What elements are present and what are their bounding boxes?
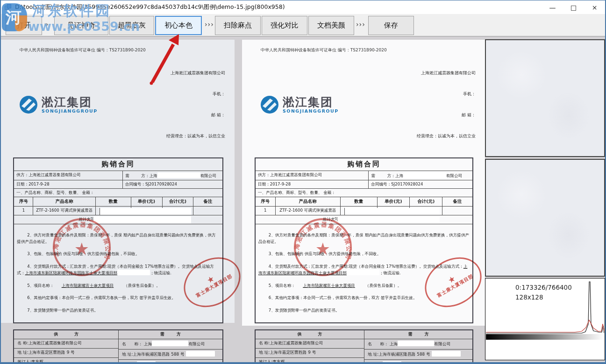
document-beautify-button[interactable]: 文档美颜 [308, 16, 354, 35]
company-info-block: 上海淞江减震器集团有限公司 手机： 邮 箱： 经营理念：以诚为本，以信立业 [417, 56, 476, 154]
title-bar[interactable]: D:\tools\桌面\河东软件园\3599d5e260652e997c8da4… [1, 0, 605, 14]
preview-patch [486, 40, 604, 156]
total-row: 总计大写: [14, 215, 222, 224]
redaction-box [338, 216, 440, 223]
product-remark [442, 207, 472, 215]
window-title: D:\tools\桌面\河东软件园\3599d5e260652e997c8da4… [15, 3, 285, 11]
buyer-name-suffix: 有限公司 [434, 342, 450, 346]
buyer-name: 名 称： 上海有限公司 [364, 339, 472, 349]
black-on-gray-button[interactable]: 超黑底灰 [109, 16, 154, 35]
redaction-box [157, 172, 200, 178]
redaction-box [383, 361, 401, 364]
app-window: D:\tools\桌面\河东软件园\3599d5e260652e997c8da4… [0, 0, 606, 364]
contract-document-page: 中华人民共和国特种设备制造许可证单位 编号：TS2731B90-2020 淞江集… [242, 40, 485, 326]
maximize-button[interactable]: □ [563, 0, 584, 14]
term-2: 2、供方对质量负责的条件及期限：质保期一年，质保 期内如产品自身出现质量问题由供… [258, 233, 469, 243]
buyer-suffix: 有限公司 [446, 173, 462, 178]
redaction-box [93, 216, 191, 223]
term-3: 3、包装、包装物的 供应与回收：供方提供纸箱包装，不回收。 [269, 251, 381, 256]
product-row: 1 ZTF-2-1600 可调式弹簧减震器 [14, 206, 222, 215]
redaction-box [137, 361, 156, 364]
buyer-address-text: 地 址:上海市杨浦区隆昌路 588 号 [122, 352, 186, 357]
col-remark: 备注 [193, 197, 222, 206]
company-logo: 淞江集团 SONGJIANGGROUP [260, 56, 339, 154]
histogram-panel: 0:173326/766400 128x128 [485, 278, 605, 360]
company-info-block: 上海淞江减震器集团有限公司 手机： 邮 箱： 经营理念：以诚为本，以信立业 [166, 56, 225, 154]
buyer-signer: 签订 人: [364, 359, 472, 364]
buyer-cell: 需 方：上海有限公司 [122, 171, 222, 180]
logo-chinese-name: 淞江集团 [42, 96, 98, 108]
buyer-column: 需 方 名 称： 上海有限公司 地 址:上海市杨浦区隆昌路 588 号 签订 人… [364, 330, 472, 364]
term-5: 5、项目名称： [27, 283, 61, 288]
mobile-label: 手机： [166, 91, 225, 98]
preview-patch [486, 160, 604, 276]
document-view-processed[interactable]: 中华人民共和国特种设备制造许可证单位 编号：TS2731B90-2020 淞江集… [242, 40, 485, 326]
term-7: 7、发货随货附带一份产品的资质证书。 [27, 308, 98, 313]
product-seq: 1 [14, 207, 33, 215]
supplier-cell: 供方：上海淞江减震器集团有限公司 [14, 171, 122, 180]
redaction-box [344, 208, 440, 215]
email-label: 邮 箱： [166, 112, 225, 119]
company-name: 上海淞江减震器集团有限公司 [417, 70, 476, 77]
buyer-name: 名 称： 上海有限公司 [119, 339, 222, 349]
term-4-tail: ；物流运输. [379, 271, 401, 275]
buyer-address: 地 址:上海市杨浦区隆昌路 588 号 [119, 349, 222, 359]
term-6: 6、其他约定事项：本合同一式二份，供需双方各执一份，双方 签字并盖章后生效。 [269, 295, 417, 300]
songjiang-logo-icon [260, 95, 279, 114]
permit-line: 中华人民共和国特种设备制造许可证单位 编号：TS2731B90-2020 [261, 47, 480, 53]
toolbar: 打开 » 见证神奇 超黑底灰 初心本色 ››› 扫除麻点 强化对比 文档美颜 ›… [1, 14, 605, 36]
redaction-box [152, 341, 188, 346]
total-row: 总计大写: [256, 215, 472, 224]
date-cell: 日期：2017-9-28 [14, 180, 122, 188]
separator-chevrons: ››› [205, 21, 214, 28]
separator-chevrons: ››› [356, 21, 365, 28]
original-color-button[interactable]: 初心本色 [155, 16, 202, 35]
term-6: 6、其他约定事项：本合同一式二份，供需双方各执一份，双方 签字并盖章后生效。 [27, 295, 176, 300]
close-button[interactable]: × [584, 0, 605, 14]
supplier-column: 供 方 名 称:上海淞江减震器集团有限公司 地 址:上海市嘉定区曹胜路 9 号 … [256, 330, 364, 364]
contract-no-cell: 合同编号：SJ20170928024 [368, 180, 472, 188]
logo-english-name: SONGJIANGGROUP [42, 108, 98, 114]
contract-table: 购销合同 供方：上海淞江减震器集团有限公司 需 方：上海有限公司 日期：2017… [13, 157, 223, 323]
enhance-contrast-button[interactable]: 强化对比 [262, 16, 307, 35]
buyer-prefix: 需 方：上海 [371, 173, 403, 178]
histogram-size: 128x128 [515, 293, 572, 302]
redaction-box [398, 341, 434, 346]
preview-box-middle [485, 159, 605, 277]
terms-block: 2、供方对质量负责的条件及期限：质保期一年，质保 期内如产品自身出现质量问题由供… [256, 224, 472, 322]
product-seq: 1 [256, 207, 275, 215]
section1-heading: 一、产品名称、商标、型号、数量、 金额： [256, 188, 472, 197]
product-table-header: 序号 产品名称 数量 单价(元) 合计(元) 备注 [14, 197, 222, 206]
term-2: 2、供方对质量负责的条件及期限：质保期一年，质保 期内如产品自身出现质量问题由供… [17, 233, 215, 243]
document-view-original[interactable]: 中华人民共和国特种设备制造许可证单位 编号：TS2731B90-2020 淞江集… [1, 40, 235, 323]
remove-speckles-button[interactable]: 扫除麻点 [215, 16, 261, 35]
logo-english-name: SONGJIANGGROUP [283, 108, 339, 114]
preview-box-top [485, 39, 605, 157]
product-remark [193, 207, 222, 215]
supplier-address: 地 址:上海市嘉定区曹胜路 9 号 [14, 348, 118, 357]
term-5-tail: （质保售后备案）。 [355, 283, 401, 288]
separator-chevron: » [44, 21, 49, 28]
term-5-underlined: 上海市陆家嘴富士康大厦项目 [303, 283, 355, 288]
buyer-signer-label: 签订 人: [368, 362, 383, 364]
minimize-button[interactable]: — [542, 0, 563, 14]
term-5: 5、项目名称： [269, 283, 303, 288]
save-button[interactable]: 保存 [368, 16, 414, 35]
term-4-underlined: 上海市浦东新区陆家嘴环路东园路富士康大厦项目部 [25, 271, 118, 275]
mobile-label: 手机： [417, 91, 476, 98]
histogram-gradient-bar [486, 334, 604, 340]
supplier-signer: 签订人:李东辉 [256, 357, 364, 364]
witness-magic-button[interactable]: 见证神奇 [54, 16, 108, 35]
email-label: 邮 箱： [417, 112, 476, 119]
parties-table: 供 方 名 称:上海淞江减震器集团有限公司 地 址:上海市嘉定区曹胜路 9 号 … [255, 329, 473, 364]
col-seq: 序号 [256, 197, 275, 206]
section1-heading: 一、产品名称、商标、型号、数量、 金额： [14, 188, 222, 197]
contract-title: 购销合同 [256, 158, 472, 171]
term-5-tail: （质保售后备案）。 [114, 283, 160, 288]
col-product: 产品名称 [33, 197, 95, 206]
term-7: 7、发货随货附带一份产品的资质证书。 [269, 308, 340, 313]
redaction-box [100, 208, 191, 215]
redaction-box [432, 351, 461, 357]
term-4-tail: ；物流运输. [150, 271, 171, 275]
open-button[interactable]: 打开 [6, 16, 42, 35]
